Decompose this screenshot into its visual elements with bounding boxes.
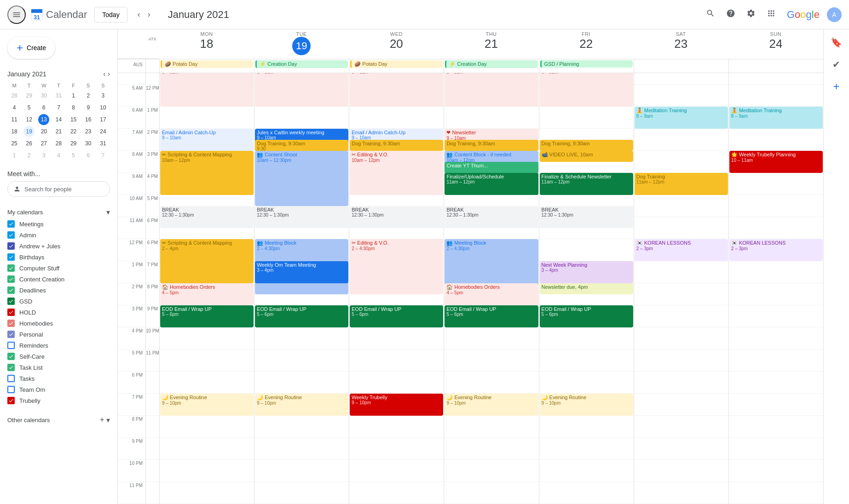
menu-button[interactable] <box>7 6 26 24</box>
mini-cal-day[interactable]: 2 <box>83 90 94 101</box>
calendar-checkbox[interactable] <box>7 264 15 272</box>
calendar-event[interactable]: 🌙 Evening Routine9 – 10pm <box>445 394 538 416</box>
allday-event[interactable]: ⚡ Creation Day <box>445 60 537 68</box>
calendar-event[interactable]: Email / Admin Catch-Up9 – 10am <box>160 129 254 151</box>
avatar[interactable]: A <box>827 7 842 22</box>
mini-cal-day[interactable]: 7 <box>53 102 64 113</box>
calendar-item[interactable]: Meetings <box>0 218 117 229</box>
mini-cal-day[interactable]: 10 <box>98 102 109 113</box>
calendar-event[interactable]: Dog Training11am – 12pm <box>635 173 728 195</box>
calendar-checkbox[interactable] <box>7 364 15 371</box>
calendar-item[interactable]: Tasks <box>0 373 117 384</box>
calendar-event[interactable]: Dog Training, 9:30am <box>540 140 633 151</box>
calendar-event[interactable]: Weekly Om Team Meeting3 – 4pm <box>255 261 348 283</box>
mini-cal-day[interactable]: 30 <box>38 90 49 101</box>
calendar-item[interactable]: HOLD <box>0 307 117 318</box>
mini-cal-day[interactable]: 24 <box>98 126 109 137</box>
calendar-checkbox[interactable] <box>7 298 15 305</box>
calendar-item[interactable]: Admin <box>0 229 117 241</box>
mini-cal-day[interactable]: 28 <box>53 138 64 149</box>
mini-cal-day[interactable]: 5 <box>23 102 35 113</box>
mini-cal-day[interactable]: 30 <box>83 138 94 149</box>
calendar-event[interactable]: BREAK12:30 – 1:30pm <box>350 206 443 228</box>
calendar-item[interactable]: Team Om <box>0 384 117 395</box>
calendar-event[interactable]: EOD Email / Wrap UP5 – 6pm <box>255 305 348 327</box>
mini-cal-day[interactable]: 29 <box>68 138 79 149</box>
mini-cal-day[interactable]: 1 <box>9 150 20 161</box>
mini-cal-next[interactable]: › <box>108 70 110 78</box>
mini-cal-day[interactable]: 29 <box>23 90 35 101</box>
mini-cal-day[interactable]: 8 <box>68 102 79 113</box>
calendar-event[interactable]: 🏠 Homebodies Orders4 – 5pm <box>160 283 254 305</box>
calendar-item[interactable]: GSD <box>0 296 117 307</box>
mini-cal-day[interactable]: 2 <box>23 150 35 161</box>
settings-button[interactable] <box>743 5 759 24</box>
mini-cal-prev[interactable]: ‹ <box>103 70 105 78</box>
calendar-event[interactable]: 🧘 Meditation Training8 – 9am <box>729 107 823 129</box>
calendar-event[interactable]: EOD Email / Wrap UP5 – 6pm <box>350 305 443 327</box>
mini-cal-day[interactable]: 3 <box>98 90 109 101</box>
allday-event[interactable]: 🥔 Potato Day <box>350 60 443 68</box>
calendar-event[interactable]: 📹 VIDEO LIVE, 10am <box>540 151 633 162</box>
mini-cal-day[interactable]: 12 <box>23 114 35 125</box>
calendar-event[interactable]: Finalize/Upload/Schedule11am – 12pm <box>445 173 538 195</box>
other-calendars-header[interactable]: Other calendars + ▾ <box>0 413 117 427</box>
mini-cal-day[interactable]: 23 <box>83 126 94 137</box>
mini-cal-selected[interactable]: 19 <box>23 126 35 137</box>
calendar-event[interactable]: Dog Training, 9:30am <box>350 140 443 151</box>
calendar-event[interactable]: ☀ Morning Routine/Werkout6 – 8am <box>160 73 254 107</box>
mini-cal-day[interactable]: 21 <box>53 126 64 137</box>
calendar-checkbox[interactable] <box>7 342 15 349</box>
calendar-event[interactable]: ☀ Morning Routine/Werkout6 – 8am <box>350 73 443 107</box>
calendar-event[interactable]: BREAK12:30 – 1:30pm <box>255 206 348 228</box>
mini-cal-day[interactable]: 11 <box>9 114 20 125</box>
calendar-checkbox[interactable] <box>7 331 15 338</box>
mini-cal-day[interactable]: 3 <box>38 150 49 161</box>
my-calendars-header[interactable]: My calendars ▾ <box>0 206 117 218</box>
other-calendars-add[interactable]: + <box>99 415 104 425</box>
mini-cal-day[interactable]: 16 <box>83 114 94 125</box>
calendar-event[interactable]: BREAK12:30 – 1:30pm <box>445 206 538 228</box>
mini-cal-day[interactable]: 9 <box>83 102 94 113</box>
calendar-event[interactable]: 🏠 Homebodies Orders4 – 5pm <box>445 283 538 305</box>
calendar-event[interactable]: Create YT Thum... <box>445 162 538 173</box>
create-button[interactable]: + Create <box>7 37 55 59</box>
apps-button[interactable] <box>763 5 780 24</box>
calendar-item[interactable]: Computer Stuff <box>0 263 117 274</box>
bookmark-icon[interactable]: 🔖 <box>827 33 846 52</box>
mini-cal-day[interactable]: 1 <box>68 90 79 101</box>
mini-cal-day[interactable]: 22 <box>68 126 79 137</box>
calendar-event[interactable]: 🇰🇷 KOREAN LESSONS2 – 3pm <box>729 239 823 261</box>
calendar-item[interactable]: Trubelly <box>0 395 117 406</box>
calendar-event[interactable]: 🌟 Weekly Trubelly Planning10 – 11am <box>729 151 823 173</box>
search-people-button[interactable]: Search for people <box>7 181 110 197</box>
add-icon[interactable]: + <box>827 77 846 96</box>
calendar-checkbox[interactable] <box>7 353 15 360</box>
next-button[interactable]: › <box>145 7 153 22</box>
calendar-item[interactable]: Deadlines <box>0 285 117 296</box>
calendar-checkbox[interactable] <box>7 286 15 294</box>
calendar-event[interactable]: Weekly Trubelly9 – 10pm <box>350 394 443 416</box>
mini-cal-day[interactable]: 31 <box>98 138 109 149</box>
mini-cal-day[interactable]: 6 <box>83 150 94 161</box>
prev-button[interactable]: ‹ <box>135 7 143 22</box>
calendar-event[interactable]: Dog Training, 9:30am9:30 <box>255 140 348 151</box>
allday-event[interactable]: 🥔 Potato Day <box>161 60 253 68</box>
mini-cal-day[interactable]: 7 <box>98 150 109 161</box>
calendar-event[interactable]: Finalize & Schedule Newsletter11am – 12p… <box>540 173 633 195</box>
mini-cal-day[interactable]: 28 <box>9 90 20 101</box>
today-button[interactable]: Today <box>94 7 127 23</box>
calendar-item[interactable]: Self-Care <box>0 351 117 362</box>
calendar-event[interactable]: ☀ Morning Routine/Werkout6 – 8am <box>540 73 633 107</box>
calendar-event[interactable]: ✂ Editing & V.O.2 – 4:30pm <box>350 239 443 294</box>
calendar-event[interactable]: 🌙 Evening Routine9 – 10pm <box>160 394 254 416</box>
calendar-event[interactable]: Next Week Planning3 – 4pm <box>540 261 633 283</box>
calendar-event[interactable]: ☀ Morning Routine/Werkout6 – 8am <box>445 73 538 107</box>
calendar-event[interactable]: BREAK12:30 – 1:30pm <box>160 206 254 228</box>
mini-cal-day[interactable]: 15 <box>68 114 79 125</box>
calendar-item[interactable]: Homebodies <box>0 318 117 329</box>
mini-cal-day[interactable]: 14 <box>53 114 64 125</box>
calendar-event[interactable]: EOD Email / Wrap UP5 – 6pm <box>160 305 254 327</box>
mini-cal-day[interactable]: 17 <box>98 114 109 125</box>
calendar-checkbox[interactable] <box>7 275 15 283</box>
